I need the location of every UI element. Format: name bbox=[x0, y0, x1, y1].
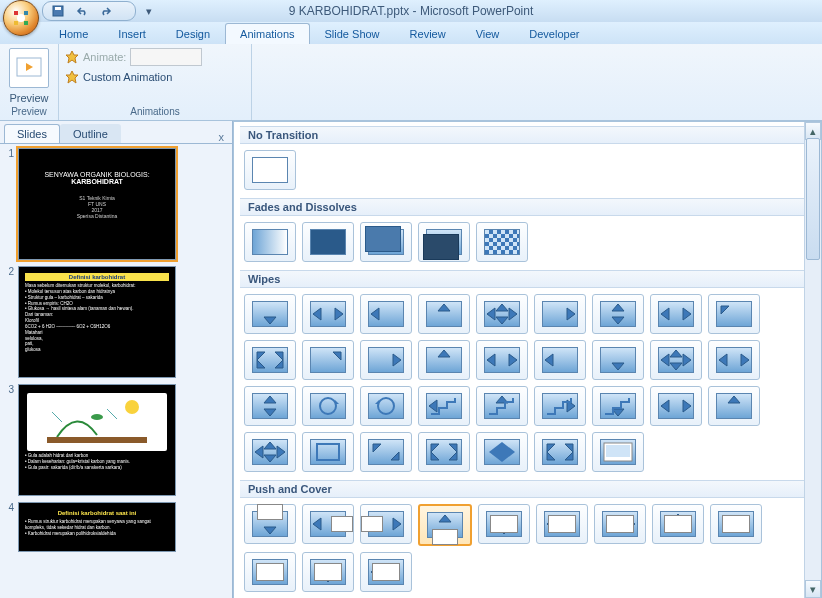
svg-marker-29 bbox=[257, 352, 265, 360]
transition-item[interactable] bbox=[302, 432, 354, 472]
transition-item[interactable] bbox=[418, 340, 470, 380]
transition-item[interactable] bbox=[592, 432, 644, 472]
transition-item[interactable] bbox=[418, 294, 470, 334]
tab-design[interactable]: Design bbox=[161, 23, 225, 44]
transition-item[interactable] bbox=[360, 386, 412, 426]
transition-item[interactable] bbox=[650, 386, 702, 426]
svg-marker-42 bbox=[670, 350, 682, 357]
preview-button[interactable] bbox=[9, 48, 49, 88]
slide-thumb-2[interactable]: Definisi karbohidrat Masa sebelum ditemu… bbox=[18, 266, 176, 378]
svg-marker-15 bbox=[313, 308, 321, 320]
transition-item[interactable] bbox=[418, 222, 470, 262]
slide-thumb-1[interactable]: SENYAWA ORGANIK BIOLOGIS: KARBOHIDRAT S1… bbox=[18, 148, 176, 260]
qat-customize-icon[interactable]: ▾ bbox=[140, 2, 158, 20]
transition-item[interactable] bbox=[360, 340, 412, 380]
transition-item[interactable] bbox=[476, 432, 528, 472]
thumb-head: Definisi karbohidrat bbox=[25, 273, 169, 281]
transition-item[interactable] bbox=[476, 386, 528, 426]
slides-pane: Slides Outline x 1 SENYAWA ORGANIK BIOLO… bbox=[0, 121, 233, 598]
transition-item[interactable] bbox=[534, 386, 586, 426]
transition-item[interactable] bbox=[302, 552, 354, 592]
pane-tab-slides[interactable]: Slides bbox=[4, 124, 60, 143]
svg-marker-73 bbox=[547, 452, 555, 460]
transition-item[interactable] bbox=[534, 294, 586, 334]
transition-item[interactable] bbox=[418, 504, 472, 546]
transition-item[interactable] bbox=[476, 340, 528, 380]
transition-item[interactable] bbox=[650, 294, 702, 334]
transition-item[interactable] bbox=[244, 504, 296, 544]
tab-review[interactable]: Review bbox=[395, 23, 461, 44]
transition-item[interactable] bbox=[592, 294, 644, 334]
custom-anim-icon bbox=[65, 70, 79, 84]
transition-item[interactable] bbox=[592, 386, 644, 426]
animate-dropdown[interactable] bbox=[130, 48, 202, 66]
transition-item[interactable] bbox=[476, 222, 528, 262]
transition-item[interactable] bbox=[302, 294, 354, 334]
thumb-title: SENYAWA ORGANIK BIOLOGIS: bbox=[25, 171, 169, 178]
transition-item[interactable] bbox=[534, 340, 586, 380]
redo-icon[interactable] bbox=[97, 2, 115, 20]
transition-item[interactable] bbox=[708, 386, 760, 426]
transition-item[interactable] bbox=[534, 432, 586, 472]
scroll-thumb[interactable] bbox=[806, 138, 820, 260]
tab-slideshow[interactable]: Slide Show bbox=[310, 23, 395, 44]
transition-item[interactable] bbox=[302, 340, 354, 380]
svg-marker-30 bbox=[275, 352, 283, 360]
svg-rect-6 bbox=[55, 7, 61, 10]
transition-item[interactable] bbox=[708, 294, 760, 334]
tab-view[interactable]: View bbox=[461, 23, 515, 44]
undo-icon[interactable] bbox=[73, 2, 91, 20]
svg-marker-47 bbox=[264, 409, 276, 416]
svg-marker-39 bbox=[612, 363, 624, 370]
pane-tab-outline[interactable]: Outline bbox=[60, 124, 121, 143]
transition-item[interactable] bbox=[418, 386, 470, 426]
transition-item[interactable] bbox=[652, 504, 704, 544]
slide-thumbnails[interactable]: 1 SENYAWA ORGANIK BIOLOGIS: KARBOHIDRAT … bbox=[0, 144, 232, 598]
transition-item[interactable] bbox=[244, 294, 296, 334]
transition-item[interactable] bbox=[592, 340, 644, 380]
transition-item[interactable] bbox=[710, 504, 762, 544]
transition-item[interactable] bbox=[708, 340, 760, 380]
transition-none[interactable] bbox=[244, 150, 296, 190]
transition-item[interactable] bbox=[360, 222, 412, 262]
svg-rect-76 bbox=[606, 445, 630, 457]
office-button[interactable] bbox=[3, 0, 39, 36]
save-icon[interactable] bbox=[49, 2, 67, 20]
transition-item[interactable] bbox=[244, 386, 296, 426]
scroll-down-icon[interactable]: ▾ bbox=[805, 580, 821, 598]
tab-developer[interactable]: Developer bbox=[514, 23, 594, 44]
thumb-body: Masa sebelum ditemukan struktur molekul,… bbox=[25, 283, 169, 353]
group-preview-label: Preview bbox=[6, 106, 52, 118]
transition-item[interactable] bbox=[302, 504, 354, 544]
transition-item[interactable] bbox=[360, 552, 412, 592]
custom-animation-button[interactable]: Custom Animation bbox=[83, 71, 172, 83]
gallery-scrollbar[interactable]: ▴ ▾ bbox=[804, 122, 821, 598]
transition-item[interactable] bbox=[244, 552, 296, 592]
pane-close-icon[interactable]: x bbox=[215, 131, 229, 143]
transition-item[interactable] bbox=[360, 432, 412, 472]
transition-item[interactable] bbox=[650, 340, 702, 380]
transition-item[interactable] bbox=[478, 504, 530, 544]
svg-point-50 bbox=[378, 398, 394, 414]
transition-item[interactable] bbox=[244, 340, 296, 380]
svg-marker-59 bbox=[255, 446, 263, 458]
svg-marker-23 bbox=[567, 308, 575, 320]
tab-home[interactable]: Home bbox=[44, 23, 103, 44]
transition-item[interactable] bbox=[244, 222, 296, 262]
transition-item[interactable] bbox=[302, 386, 354, 426]
tab-animations[interactable]: Animations bbox=[225, 23, 309, 44]
transition-item[interactable] bbox=[302, 222, 354, 262]
svg-marker-18 bbox=[438, 304, 450, 311]
slide-thumb-4[interactable]: Definisi karbohidrat saat ini • Rumus st… bbox=[18, 502, 176, 552]
svg-rect-3 bbox=[14, 21, 18, 25]
svg-point-12 bbox=[91, 414, 103, 420]
transition-item[interactable] bbox=[360, 294, 412, 334]
tab-insert[interactable]: Insert bbox=[103, 23, 161, 44]
transition-item[interactable] bbox=[418, 432, 470, 472]
transition-item[interactable] bbox=[476, 294, 528, 334]
transition-item[interactable] bbox=[594, 504, 646, 544]
transition-item[interactable] bbox=[244, 432, 296, 472]
slide-thumb-3[interactable]: • Gula adalah hidrat dari karbon • Dalam… bbox=[18, 384, 176, 496]
transition-item[interactable] bbox=[360, 504, 412, 544]
transition-item[interactable] bbox=[536, 504, 588, 544]
